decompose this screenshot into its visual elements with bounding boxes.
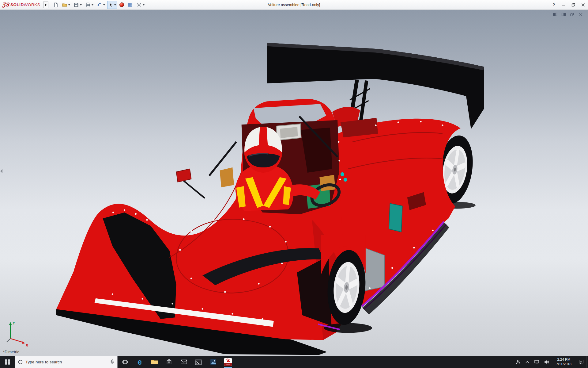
print-button[interactable] (84, 1, 95, 9)
task-view-icon (122, 360, 128, 364)
file-explorer-icon (151, 359, 158, 365)
minimize-button[interactable] (559, 0, 568, 10)
notification-icon (579, 359, 584, 364)
close-button[interactable] (578, 0, 588, 10)
hidden-icons-button[interactable] (525, 361, 530, 363)
save-floppy-icon (74, 2, 79, 8)
solidworks-year-badge: 2017 (224, 363, 232, 366)
windows-logo-icon (5, 359, 10, 365)
volume-button[interactable] (544, 360, 549, 364)
undo-arrow-icon (97, 2, 102, 8)
flyout-arrow-icon (45, 4, 47, 6)
search-input[interactable] (25, 360, 107, 364)
system-tray: 2:24 PM 7/11/2018 (513, 356, 586, 368)
store-bag-icon (166, 359, 172, 365)
network-button[interactable] (534, 360, 539, 364)
help-button[interactable]: ? (549, 0, 559, 10)
close-icon (581, 3, 585, 7)
restore-document-icon (570, 13, 574, 17)
driver-helmet[interactable] (244, 127, 282, 173)
taskbar-app-edge[interactable]: e (132, 356, 147, 368)
appearance-sphere-icon (119, 2, 124, 7)
open-document-button[interactable] (61, 1, 71, 9)
action-center-button[interactable] (579, 359, 584, 364)
taskbar-search[interactable] (15, 356, 118, 368)
people-button[interactable] (516, 359, 521, 364)
cortana-icon (18, 360, 23, 364)
task-view-button[interactable] (118, 356, 132, 368)
microphone-icon[interactable] (110, 359, 114, 364)
ds-logo-icon: ƷS (2, 2, 10, 8)
menu-flyout-button[interactable] (43, 2, 48, 8)
dock-right-icon (561, 13, 566, 17)
view-orientation-label: *Dimetric (3, 350, 19, 354)
panel-collapse-arrow[interactable] (0, 169, 2, 173)
select-cursor-icon (108, 2, 113, 8)
options-button[interactable] (135, 1, 146, 9)
chevron-up-icon (525, 361, 530, 363)
person-icon (516, 359, 521, 364)
restore-button[interactable] (568, 0, 578, 10)
dock-left-icon (553, 13, 557, 17)
undo-dropdown-caret (103, 4, 105, 6)
command-prompt-icon (195, 359, 202, 365)
orange-panel-right (319, 175, 335, 191)
restore-document-button[interactable] (569, 12, 575, 17)
triad-x-label: X (26, 343, 28, 347)
solidworks-swoosh-icon (225, 358, 231, 362)
select-tool-button[interactable] (107, 1, 117, 9)
side-mirror[interactable] (176, 169, 205, 198)
network-icon (534, 360, 539, 364)
teal-panel[interactable] (389, 203, 402, 232)
quick-access-toolbar (52, 1, 146, 9)
title-bar: ƷS SOLIDWORKS (0, 0, 588, 10)
graphics-viewport[interactable]: Y X *Dimetric (0, 10, 588, 356)
solidworks-app-icon: 2017 (224, 358, 232, 366)
open-dropdown-caret (68, 4, 70, 6)
viewport-3d-scene[interactable] (0, 10, 588, 356)
document-window-controls (552, 12, 584, 17)
speaker-icon (544, 360, 549, 364)
open-folder-icon (62, 2, 67, 8)
start-button[interactable] (0, 356, 15, 368)
window-controls: ? (549, 0, 588, 10)
save-dropdown-caret (80, 4, 82, 6)
dock-left-button[interactable] (552, 12, 558, 17)
select-dropdown-caret (114, 4, 116, 6)
triad-y-label: Y (13, 321, 15, 325)
gear-icon (136, 2, 142, 8)
taskbar-clock[interactable]: 2:24 PM 7/11/2018 (554, 357, 574, 366)
save-button[interactable] (72, 1, 83, 9)
solidworks-window: ƷS SOLIDWORKS (0, 0, 588, 368)
print-dropdown-caret (92, 4, 93, 6)
design-table-icon (127, 2, 133, 8)
options-dropdown-caret (143, 4, 145, 6)
appearance-button[interactable] (118, 1, 125, 9)
edge-icon: e (138, 358, 142, 366)
show-desktop-button[interactable] (586, 356, 588, 368)
photos-icon (210, 359, 217, 365)
windows-taskbar: e 2017 (0, 356, 588, 368)
new-document-button[interactable] (52, 1, 60, 9)
design-table-button[interactable] (126, 1, 134, 9)
orientation-triad[interactable]: Y X (4, 320, 32, 348)
mail-envelope-icon (181, 359, 187, 364)
clock-date: 7/11/2018 (556, 362, 571, 366)
new-document-icon (53, 2, 58, 8)
taskbar-app-photos[interactable] (206, 356, 221, 368)
taskbar-app-mail[interactable] (176, 356, 191, 368)
orange-panel-left (220, 167, 234, 187)
print-icon (85, 2, 91, 8)
close-document-button[interactable] (578, 12, 584, 17)
undo-button[interactable] (96, 1, 106, 9)
minimize-icon (562, 3, 565, 7)
taskbar-app-file-explorer[interactable] (147, 356, 162, 368)
taskbar-app-store[interactable] (162, 356, 176, 368)
dock-right-button[interactable] (560, 12, 567, 17)
solidworks-logo: ƷS SOLIDWORKS (2, 2, 40, 8)
close-document-icon (579, 13, 583, 17)
taskbar-app-command-prompt[interactable] (191, 356, 206, 368)
taskbar-app-solidworks[interactable]: 2017 (221, 356, 235, 368)
clock-time: 2:24 PM (557, 357, 570, 362)
restore-icon (571, 3, 575, 7)
